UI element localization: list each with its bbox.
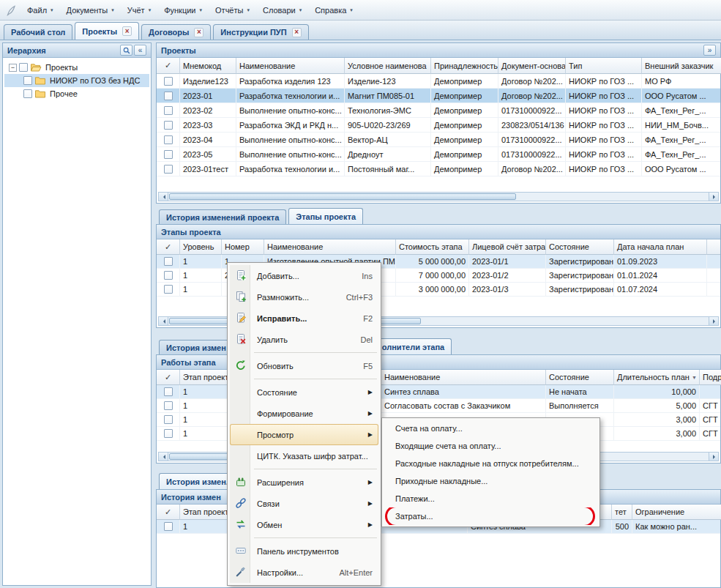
column-header[interactable]: Дата начала план xyxy=(614,239,707,255)
context-menu-item[interactable]: УдалитьDel xyxy=(230,329,378,350)
table-row[interactable]: 2023-01Разработка технологии и...Магнит … xyxy=(157,89,720,103)
row-checkbox[interactable] xyxy=(164,429,173,438)
submenu-item[interactable]: Входящие счета на оплату... xyxy=(384,437,598,455)
row-checkbox[interactable] xyxy=(164,77,173,86)
context-menu-item[interactable]: Формирование▶ xyxy=(230,403,378,424)
close-tab-icon[interactable]: × xyxy=(292,28,302,37)
row-checkbox[interactable] xyxy=(164,92,173,100)
context-menu-item[interactable]: Состояние▶ xyxy=(230,382,378,403)
column-header[interactable]: Длительность план▼ xyxy=(614,370,700,385)
column-header[interactable]: Документ-основан xyxy=(498,58,566,74)
table-row[interactable]: 2023-02Выполнение опытно-конс...Технолог… xyxy=(157,103,720,118)
column-header[interactable]: ✓ xyxy=(157,239,180,255)
column-header[interactable]: тет xyxy=(612,505,632,520)
context-menu-item[interactable]: ОбновитьF5 xyxy=(230,355,378,376)
table-row[interactable]: 2023-01тестРазработка технологии и...Пос… xyxy=(157,162,720,176)
table-row[interactable]: 2023-05Выполнение опытно-конс...Дредноут… xyxy=(157,147,720,162)
row-checkbox[interactable] xyxy=(164,150,173,159)
tree-search-button[interactable] xyxy=(120,45,132,56)
column-header[interactable]: Внешний заказчик xyxy=(642,58,721,74)
column-header[interactable]: Мнемокод xyxy=(180,58,236,74)
context-menu-item[interactable]: Панель инструментов xyxy=(230,540,378,562)
column-header[interactable]: Лицевой счёт затрат xyxy=(469,239,546,255)
submenu-item[interactable]: Расходные накладные на отпуск потребител… xyxy=(384,455,598,472)
row-checkbox[interactable] xyxy=(164,135,173,144)
workspace-tab[interactable]: Рабочий стол xyxy=(4,24,72,40)
expand-projects-button[interactable]: » xyxy=(703,45,716,56)
menubar-item[interactable]: Документы▾ xyxy=(60,2,121,18)
workspace-tab[interactable]: Договоры× xyxy=(141,24,211,40)
context-menu-item[interactable]: ЦИТК. Указать шифр затрат... xyxy=(230,445,378,466)
content-tab[interactable]: История изменений проекта xyxy=(159,209,286,224)
row-checkbox[interactable] xyxy=(164,257,173,266)
column-header[interactable]: Наименование xyxy=(381,370,546,385)
context-menu-item[interactable]: Просмотр▶ xyxy=(230,424,378,445)
column-header[interactable]: Уровень xyxy=(180,239,222,255)
column-header[interactable]: Наименование xyxy=(236,58,345,74)
tree-item-root[interactable]: −Проекты xyxy=(4,61,149,74)
column-header[interactable]: Тип xyxy=(566,58,642,74)
scrollbar-thumb[interactable] xyxy=(169,193,516,200)
scroll-left-icon[interactable] xyxy=(159,193,168,201)
row-checkbox[interactable] xyxy=(164,121,173,130)
column-header[interactable]: Наименование xyxy=(264,239,396,255)
tree-item[interactable]: НИОКР по ГОЗ без НДС xyxy=(4,74,149,87)
row-checkbox[interactable] xyxy=(164,415,173,424)
content-tab[interactable]: История измен xyxy=(159,340,234,354)
column-header[interactable]: Ограничение xyxy=(632,505,721,520)
submenu-item[interactable]: Счета на оплату... xyxy=(384,420,598,437)
column-header[interactable]: Номер xyxy=(222,239,264,255)
row-checkbox[interactable] xyxy=(164,401,173,410)
row-checkbox[interactable] xyxy=(164,165,173,174)
submenu-item[interactable]: Приходные накладные... xyxy=(384,472,598,490)
submenu-item[interactable]: Платежи... xyxy=(384,490,598,507)
tree-expander-icon[interactable]: − xyxy=(9,64,17,72)
close-tab-icon[interactable]: × xyxy=(122,26,132,36)
menubar-item[interactable]: Отчёты▾ xyxy=(209,2,256,18)
column-header[interactable]: Принадлежность xyxy=(431,58,498,74)
column-header[interactable]: Стоимость этапа xyxy=(396,239,469,255)
context-menu-item[interactable]: Обмен▶ xyxy=(230,514,378,535)
column-header[interactable]: Состояние xyxy=(546,370,614,385)
scroll-left-icon[interactable] xyxy=(159,453,168,461)
table-row[interactable]: 2023-03Разработка ЭКД и РКД н...905-U020… xyxy=(157,118,720,133)
row-checkbox[interactable] xyxy=(164,387,173,396)
row-checkbox[interactable] xyxy=(164,106,173,115)
content-tab[interactable]: Этапы проекта xyxy=(288,208,363,224)
menubar-item[interactable]: Файл▾ xyxy=(20,2,60,18)
submenu-item[interactable]: Затраты... xyxy=(384,507,598,525)
menubar-item[interactable]: Учёт▾ xyxy=(121,2,157,18)
close-tab-icon[interactable]: × xyxy=(194,28,203,37)
context-menu-item[interactable]: Связи▶ xyxy=(230,493,378,514)
context-menu-item[interactable]: Настройки...Alt+Enter xyxy=(230,562,378,583)
content-tab[interactable]: олнители этапа xyxy=(375,338,452,354)
scroll-right-icon[interactable] xyxy=(709,193,718,201)
column-header[interactable]: Состояние xyxy=(546,239,614,255)
column-header[interactable]: Условное наименова xyxy=(345,58,431,74)
scroll-right-icon[interactable] xyxy=(709,317,718,325)
row-checkbox[interactable] xyxy=(164,271,173,280)
projects-hscrollbar[interactable] xyxy=(158,192,719,201)
context-menu-item[interactable]: Добавить...Ins xyxy=(230,265,378,286)
table-row[interactable]: Изделие123Разработка изделия 123Изделие-… xyxy=(157,74,720,89)
menubar-item[interactable]: Справка▾ xyxy=(308,2,359,18)
row-checkbox[interactable] xyxy=(164,285,173,294)
collapse-sidebar-button[interactable]: « xyxy=(134,45,146,56)
menubar-item[interactable]: Словари▾ xyxy=(256,2,308,18)
tree-checkbox[interactable] xyxy=(23,89,32,98)
workspace-tab[interactable]: Проекты× xyxy=(75,22,139,40)
column-header[interactable]: ✓ xyxy=(157,505,180,520)
menubar-item[interactable]: Функции▾ xyxy=(157,2,209,18)
scroll-left-icon[interactable] xyxy=(159,317,168,325)
context-menu-item[interactable]: Расширения▶ xyxy=(230,472,378,493)
column-header[interactable]: ✓ xyxy=(157,370,180,385)
tree-checkbox[interactable] xyxy=(19,63,28,72)
workspace-tab[interactable]: Инструкции ПУП× xyxy=(213,24,308,40)
tree-checkbox[interactable] xyxy=(23,76,32,85)
table-row[interactable]: 2023-04Выполнение опытно-конс...Вектор-А… xyxy=(157,133,720,147)
column-header[interactable]: ✓ xyxy=(157,58,180,74)
row-checkbox[interactable] xyxy=(164,522,173,531)
context-menu-item[interactable]: Исправить...F2 xyxy=(230,308,378,329)
context-menu-item[interactable]: Размножить...Ctrl+F3 xyxy=(230,286,378,308)
tree-item[interactable]: Прочее xyxy=(4,87,149,100)
